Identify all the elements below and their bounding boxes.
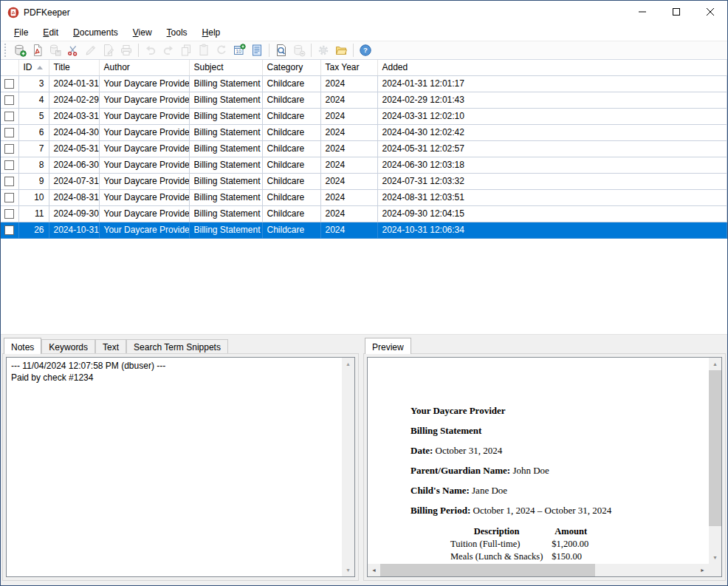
toolbar-separator [353,44,354,57]
preview-box: Your Daycare Provider Billing Statement … [367,357,722,577]
help-button[interactable]: ? [357,42,374,59]
row-checkbox[interactable] [4,177,14,186]
cell-subject: Billing Statement [189,222,262,238]
open-folder-button[interactable] [332,42,350,59]
toolbar-separator [138,44,139,57]
row-checkbox[interactable] [4,144,14,154]
minimize-icon [639,7,646,18]
edit-document-button [100,42,117,59]
menu-item-file[interactable]: File [7,25,35,40]
column-header-tax_year[interactable]: Tax Year [320,60,377,75]
row-checkbox[interactable] [4,79,14,89]
row-checkbox[interactable] [4,160,14,170]
notes-text[interactable]: --- 11/04/2024 12:07:58 PM (dbuser) ---P… [7,358,342,576]
copy-button [177,42,195,59]
preview-tabpage: Your Daycare Provider Billing Statement … [363,353,726,581]
table-row[interactable]: 42024-02-29Your Daycare ProviderBilling … [1,92,727,108]
doc-field: Child's Name: Jane Doe [411,485,701,497]
column-header-id[interactable]: ID [18,60,49,75]
scroll-up-icon[interactable]: ▲ [342,358,354,370]
horizontal-scroll-thumb[interactable] [380,564,595,576]
column-header-author[interactable]: Author [99,60,189,75]
cell-title: 2024-09-30 [49,205,99,222]
toolbar-grip[interactable] [4,44,10,57]
column-header-check[interactable] [1,60,18,75]
menu-item-edit[interactable]: Edit [35,25,66,40]
cell-id: 8 [18,157,49,173]
preview-vertical-scrollbar: ▲ ▼ [709,358,721,564]
scroll-up-icon[interactable]: ▲ [709,358,721,370]
column-header-category[interactable]: Category [262,60,320,75]
column-header-subject[interactable]: Subject [189,60,262,75]
sort-ascending-icon [37,66,43,69]
view-text-button[interactable] [248,42,266,59]
preview-horizontal-scrollbar: ◄ ► [368,564,709,576]
menu-item-view[interactable]: View [126,25,159,40]
row-checkbox[interactable] [4,95,14,105]
add-document-button[interactable] [11,42,29,59]
table-row[interactable]: 62024-04-30Your Daycare ProviderBilling … [1,124,727,140]
cell-title: 2024-10-31 [49,222,99,238]
table-row[interactable]: 82024-06-30Your Daycare ProviderBilling … [1,157,727,173]
toolbar-items: 10? [11,42,374,59]
notes-scroll-track [342,370,354,564]
scroll-down-icon[interactable]: ▼ [342,564,354,576]
column-header-added[interactable]: Added [377,60,727,75]
folder-icon [334,44,348,57]
doc-fields: Date: October 31, 2024Parent/Guardian Na… [411,445,701,517]
table-row[interactable]: 262024-10-31Your Daycare ProviderBilling… [1,222,727,238]
cell-id: 4 [18,92,49,108]
menu-item-documents[interactable]: Documents [66,25,126,40]
row-checkbox[interactable] [4,193,14,202]
close-button[interactable] [693,1,727,24]
table-row[interactable]: 112024-09-30Your Daycare ProviderBilling… [1,205,727,222]
cell-category: Childcare [262,108,320,124]
table-row[interactable]: 92024-07-31Your Daycare ProviderBilling … [1,173,727,189]
menu-item-tools[interactable]: Tools [159,25,195,40]
cell-added: 2024-01-31 12:01:17 [377,75,727,92]
tab-search-term-snippets[interactable]: Search Term Snippets [126,339,228,353]
database-add-icon [13,44,27,57]
row-checkbox[interactable] [4,225,14,235]
row-checkbox[interactable] [4,128,14,137]
menu-item-help[interactable]: Help [195,25,228,40]
scroll-down-icon[interactable]: ▼ [709,551,721,564]
tab-notes[interactable]: Notes [4,338,41,354]
scroll-left-icon[interactable]: ◄ [368,564,380,576]
table-row[interactable]: 72024-05-31Your Daycare ProviderBilling … [1,140,727,157]
notes-textbox[interactable]: --- 11/04/2024 12:07:58 PM (dbuser) ---P… [6,357,355,577]
scroll-right-icon[interactable]: ► [696,564,709,576]
column-header-title[interactable]: Title [49,60,99,75]
table-row[interactable]: 52024-03-31Your Daycare ProviderBilling … [1,108,727,124]
doc-field: Parent/Guardian Name: John Doe [411,465,701,477]
edit-button [82,42,100,59]
maximize-button[interactable] [659,1,693,24]
cell-author: Your Daycare Provider [99,124,189,140]
cell-tax_year: 2024 [320,92,377,108]
cell-category: Childcare [262,189,320,205]
row-checkbox[interactable] [4,112,14,121]
maximize-icon [673,7,680,18]
cut-button[interactable] [64,42,82,59]
tab-keywords[interactable]: Keywords [41,339,95,353]
cell-added: 2024-09-30 12:04:15 [377,205,727,222]
options-button [315,42,332,59]
doc-field: Billing Period: October 1, 2024 – Octobe… [411,505,701,517]
table-row[interactable]: 32024-01-31Your Daycare ProviderBilling … [1,75,727,92]
cell-subject: Billing Statement [189,205,262,222]
tab-preview[interactable]: Preview [365,338,411,354]
notes-tabstrip: NotesKeywordsTextSearch Term Snippets [2,337,359,353]
row-checkbox[interactable] [4,209,14,219]
database-remove-icon [292,44,306,57]
minimize-button[interactable] [625,1,659,24]
open-pdf-button[interactable] [29,42,47,59]
cell-id: 26 [18,222,49,238]
find-documents-button[interactable] [272,42,290,59]
vertical-scroll-thumb[interactable] [709,370,721,526]
pdf-preview-document: Your Daycare Provider Billing Statement … [368,358,709,564]
table-row[interactable]: 102024-08-31Your Daycare ProviderBilling… [1,189,727,205]
cell-category: Childcare [262,75,320,92]
tab-text[interactable]: Text [95,339,126,353]
set-date-added-button[interactable]: 10 [230,42,248,59]
rotate-arrow-icon [215,44,228,57]
